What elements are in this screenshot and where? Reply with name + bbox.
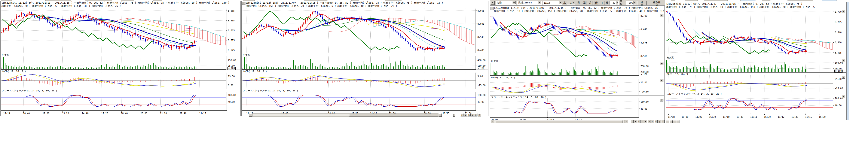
macd-plot[interactable] (242, 73, 488, 89)
tool-button[interactable]: ▶ (461, 113, 464, 116)
multi-symbol-button[interactable]: 複数銘柄 (650, 1, 664, 5)
time-axis-tick (141, 111, 141, 112)
time-axis-label: 11/12 (778, 116, 784, 118)
section-menu-dropdown[interactable] (842, 10, 845, 13)
tool-button[interactable]: L (467, 113, 471, 116)
tool-button[interactable] (666, 120, 669, 123)
instrument-type-value: 先物 (497, 1, 502, 4)
time-axis-label: 13:20 (62, 112, 69, 115)
price-axis-label: 8,665 (477, 9, 484, 12)
tool-button[interactable]: D (648, 120, 651, 123)
bar-unit-week-button[interactable]: 週 (582, 1, 587, 5)
time-axis-tick (492, 117, 492, 118)
zoom-slider-handle[interactable] (453, 114, 455, 117)
time-axis-tick (352, 111, 352, 112)
chevron-down-icon (661, 80, 662, 81)
chevron-down-icon (843, 96, 844, 97)
section-menu-dropdown[interactable] (660, 62, 663, 65)
volume-plot[interactable] (242, 56, 488, 69)
tool-button[interactable] (670, 120, 673, 123)
spinner-arrows-icon[interactable] (616, 1, 618, 4)
time-axis-tick (82, 111, 83, 112)
stoch-plot[interactable] (490, 98, 664, 117)
combo-dropdown-button[interactable] (538, 1, 541, 4)
contract-month-select[interactable]: 11/12 (543, 1, 562, 5)
tool-button[interactable]: L (651, 120, 654, 123)
section-menu-dropdown[interactable] (842, 95, 845, 98)
macd-plot[interactable] (490, 79, 664, 95)
scrollbar-thumb[interactable] (349, 114, 438, 116)
combo-dropdown-button[interactable] (512, 1, 516, 4)
instrument-type-select[interactable]: 先物 (496, 1, 516, 5)
macd-plot[interactable] (666, 75, 846, 92)
tool-button[interactable]: D (464, 113, 467, 116)
chart-header-line2: 移動平均( Close, 150 ) 移動平均( Close, 20 ) 移動平… (246, 4, 488, 8)
minutes-spinner[interactable]: 30 (609, 1, 619, 5)
time-axis: 11/1410:4012:0013:2014:4017:2018:4020:00… (1, 111, 227, 116)
tool-button[interactable]: X (478, 113, 481, 116)
volume-plot[interactable] (1, 56, 240, 69)
section-menu-dropdown[interactable] (660, 98, 663, 102)
window-system-icon[interactable] (491, 7, 494, 10)
scroll-left-button[interactable] (249, 113, 252, 117)
scroll-left-button[interactable] (491, 120, 494, 123)
toolbar-dropdown-button[interactable] (491, 1, 495, 5)
volume-plot[interactable] (666, 59, 846, 73)
stoch-plot[interactable] (242, 92, 488, 111)
combo-dropdown-button[interactable] (559, 1, 562, 4)
horizontal-scrollbar[interactable] (494, 120, 625, 123)
price-plot[interactable] (242, 8, 488, 53)
vertical-scrollbar[interactable] (847, 2, 849, 120)
chart-window: 日経225mini 11/12( 60分, 2011/11/07 - 2011/… (665, 2, 846, 120)
volume-axis-label: 750.00 (641, 65, 649, 67)
section-menu-dropdown[interactable] (842, 59, 845, 62)
section-menu-dropdown[interactable] (660, 14, 663, 17)
price-axis-label: 8,515 (835, 51, 842, 54)
tool-button[interactable]: @ (658, 120, 661, 123)
tool-button[interactable] (676, 120, 679, 123)
stoch-section-label: スロー・ストキャスティクス( 14, 3, 80, 20 ) (1, 89, 240, 92)
bar-unit-month-button[interactable]: 月 (588, 1, 593, 5)
spinner-arrows-icon[interactable] (572, 1, 575, 4)
tool-button[interactable]: − (641, 120, 644, 123)
symbol-select[interactable]: 日経225mini (517, 1, 541, 5)
volume-section-label: 出来高 (666, 56, 846, 59)
price-plot[interactable] (666, 10, 846, 56)
bar-unit-tick-button[interactable]: T (600, 1, 605, 5)
arrow-right-icon (440, 115, 441, 116)
section-menu-dropdown[interactable] (842, 76, 845, 79)
volume-section-label: 出来高 (490, 59, 664, 62)
tool-button[interactable]: ▲ (630, 120, 634, 123)
stoch-plot[interactable] (666, 95, 846, 114)
bar-count-spinner[interactable]: 500 (626, 1, 637, 5)
tool-button[interactable]: ▼ (634, 120, 637, 123)
bar-interval-value: 1 (570, 1, 571, 4)
horizontal-scrollbar[interactable] (252, 113, 438, 117)
time-axis-label: 14:40 (82, 112, 89, 115)
section-menu-dropdown[interactable] (660, 79, 663, 82)
bar-unit-minute-button[interactable]: 分 (594, 1, 599, 5)
scrollbar-thumb[interactable] (496, 120, 623, 123)
volume-plot[interactable] (490, 62, 664, 76)
stoch-axis-label: 40.00 (477, 101, 484, 103)
bar-interval-spinner[interactable]: 1 (567, 1, 575, 5)
window-system-icon[interactable] (242, 2, 245, 5)
tool-button[interactable]: @ (474, 113, 477, 116)
price-plot[interactable] (490, 14, 664, 59)
apply-button[interactable]: 適用 (638, 1, 647, 5)
price-plot[interactable] (1, 8, 240, 53)
tool-button[interactable]: ▶ (644, 120, 647, 123)
macd-plot[interactable] (1, 73, 240, 89)
bar-unit-day-button[interactable]: 日 (576, 1, 581, 5)
stoch-plot[interactable] (1, 92, 240, 111)
tool-button[interactable]: B (471, 113, 474, 116)
tool-button[interactable]: ↔ (637, 120, 641, 123)
scroll-right-button[interactable] (438, 113, 442, 117)
scroll-right-button[interactable] (625, 120, 628, 123)
spinner-arrows-icon[interactable] (633, 1, 636, 4)
zoom-slider[interactable] (445, 115, 458, 115)
tool-button[interactable] (673, 120, 676, 123)
tool-button[interactable]: B (654, 120, 658, 123)
time-axis-tick (62, 111, 63, 112)
tool-button[interactable]: X (661, 120, 664, 123)
